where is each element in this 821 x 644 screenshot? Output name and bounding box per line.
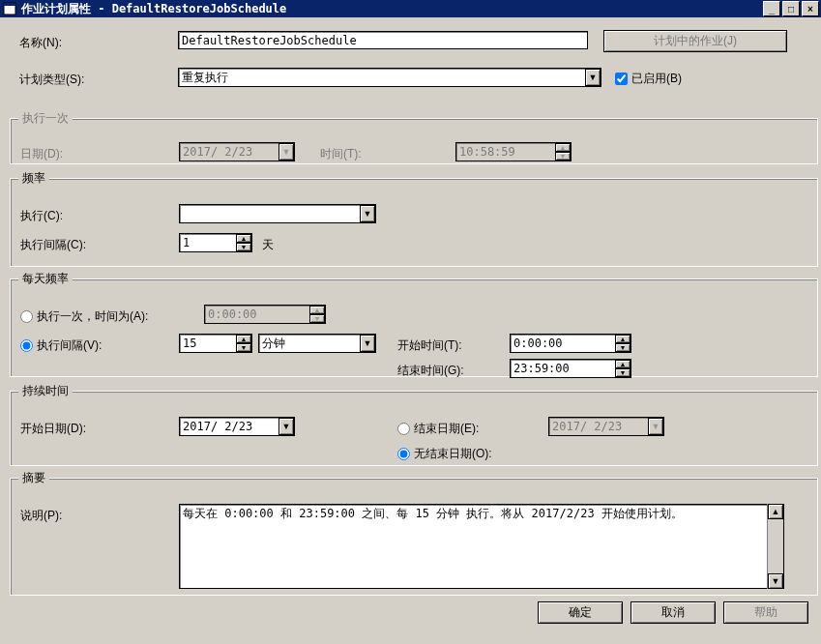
close-button[interactable]: ×: [802, 1, 819, 16]
once-time-input: [455, 142, 572, 161]
spin-up-icon: ▲: [309, 306, 325, 314]
minimize-button[interactable]: _: [763, 1, 780, 16]
spin-down-icon[interactable]: ▼: [236, 243, 251, 251]
maximize-button[interactable]: □: [782, 1, 800, 16]
summary-desc-text[interactable]: [179, 504, 784, 589]
daily-start-input[interactable]: [510, 334, 631, 353]
duration-start-input[interactable]: [179, 417, 295, 436]
spin-up-icon[interactable]: ▲: [236, 335, 251, 343]
daily-legend: 每天频率: [18, 271, 73, 287]
daily-group: 每天频率 执行一次，时间为(A): ▲▼ 执行间隔(V): ▲▼ ▼ 开: [10, 271, 818, 377]
duration-start-label: 开始日期(D):: [20, 421, 86, 437]
daily-end-input[interactable]: [510, 359, 631, 378]
daily-end-label: 结束时间(G):: [397, 363, 464, 379]
freq-exec-drop-icon[interactable]: ▼: [360, 205, 375, 222]
once-date-label: 日期(D):: [20, 146, 63, 162]
ok-button[interactable]: 确定: [538, 601, 623, 624]
once-time-label: 时间(T):: [320, 146, 362, 162]
spin-down-icon[interactable]: ▼: [236, 343, 251, 352]
daily-once-label: 执行一次，时间为(A):: [37, 308, 148, 325]
once-date-input: [179, 142, 295, 161]
enabled-label: 已启用(B): [631, 71, 682, 87]
app-icon: [2, 1, 17, 16]
spin-down-icon: ▼: [309, 314, 325, 323]
daily-start-label: 开始时间(T):: [397, 337, 462, 354]
daily-unit-drop-icon[interactable]: ▼: [360, 335, 375, 352]
daily-interval-label: 执行间隔(V):: [37, 337, 102, 354]
frequency-legend: 频率: [18, 170, 49, 187]
once-date-drop-icon: ▼: [279, 143, 294, 161]
duration-noend-label: 无结束日期(O):: [414, 446, 492, 462]
name-label: 名称(N):: [19, 35, 174, 51]
duration-noend-radio[interactable]: [397, 448, 410, 460]
spin-up-icon[interactable]: ▲: [615, 335, 630, 343]
summary-legend: 摘要: [18, 470, 49, 486]
scroll-up-icon[interactable]: ▲: [768, 504, 783, 519]
scroll-down-icon[interactable]: ▼: [768, 573, 783, 589]
window-title: 作业计划属性 - DefaultRestoreJobSchedule: [21, 1, 763, 17]
svg-rect-1: [4, 3, 15, 6]
daily-interval-radio[interactable]: [20, 339, 33, 352]
type-combo-drop-icon[interactable]: ▼: [585, 69, 601, 86]
duration-group: 持续时间 开始日期(D): ▼ 结束日期(E): ▼ 无结束日期(O):: [10, 383, 818, 466]
spin-down-icon[interactable]: ▼: [615, 343, 630, 352]
freq-exec-combo[interactable]: [179, 204, 376, 223]
enabled-checkbox[interactable]: [615, 73, 628, 85]
spin-down-icon[interactable]: ▼: [615, 368, 630, 377]
summary-scrollbar[interactable]: ▲ ▼: [767, 504, 783, 589]
summary-desc-label: 说明(P):: [20, 508, 62, 524]
cancel-button[interactable]: 取消: [630, 601, 716, 624]
duration-end-drop-icon: ▼: [648, 418, 663, 435]
type-combo[interactable]: [178, 68, 601, 87]
dialog-window: 作业计划属性 - DefaultRestoreJobSchedule _ □ ×…: [0, 0, 821, 644]
help-button[interactable]: 帮助: [723, 601, 808, 624]
name-input[interactable]: [178, 31, 588, 49]
spin-up-icon[interactable]: ▲: [236, 234, 251, 243]
duration-legend: 持续时间: [18, 383, 73, 399]
duration-start-drop-icon[interactable]: ▼: [279, 418, 294, 435]
duration-end-label: 结束日期(E):: [414, 421, 479, 437]
jobs-in-schedule-button[interactable]: 计划中的作业(J): [603, 30, 787, 52]
spin-up-icon[interactable]: ▲: [615, 360, 630, 368]
summary-group: 摘要 说明(P): ▲ ▼: [10, 470, 818, 596]
spin-up-icon: ▲: [555, 143, 571, 152]
spin-down-icon: ▼: [555, 152, 571, 161]
client-area: 名称(N): 计划中的作业(J) 计划类型(S): ▼ 已启用(B) 执行一次 …: [0, 17, 821, 644]
freq-interval-unit: 天: [262, 237, 274, 253]
type-label: 计划类型(S):: [19, 72, 84, 88]
once-group: 执行一次 日期(D): ▼ 时间(T): ▲▼: [10, 110, 818, 164]
freq-interval-label: 执行间隔(C):: [20, 237, 86, 253]
daily-interval-unit-combo[interactable]: [258, 334, 376, 353]
duration-end-radio[interactable]: [397, 423, 410, 435]
daily-once-time: [204, 305, 326, 324]
once-legend: 执行一次: [18, 110, 73, 127]
daily-once-radio[interactable]: [20, 310, 33, 323]
titlebar: 作业计划属性 - DefaultRestoreJobSchedule _ □ ×: [0, 0, 821, 17]
freq-exec-label: 执行(C):: [20, 208, 63, 224]
duration-end-input: [548, 417, 664, 436]
frequency-group: 频率 执行(C): ▼ 执行间隔(C): ▲▼ 天: [10, 170, 818, 267]
